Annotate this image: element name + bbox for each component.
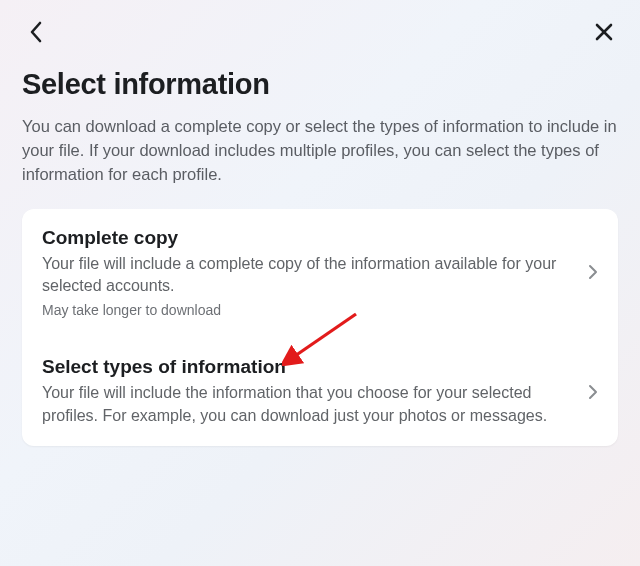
topbar: [0, 0, 640, 46]
chevron-right-icon: [588, 384, 598, 400]
option-title: Select types of information: [42, 356, 576, 378]
option-note: May take longer to download: [42, 302, 576, 318]
back-button[interactable]: [22, 18, 50, 46]
chevron-left-icon: [29, 21, 43, 43]
close-icon: [594, 22, 614, 42]
option-title: Complete copy: [42, 227, 576, 249]
options-card: Complete copy Your file will include a c…: [22, 209, 618, 446]
option-desc: Your file will include a complete copy o…: [42, 253, 576, 298]
close-button[interactable]: [590, 18, 618, 46]
option-desc: Your file will include the information t…: [42, 382, 576, 427]
option-body: Complete copy Your file will include a c…: [42, 227, 588, 318]
page-lead: You can download a complete copy or sele…: [22, 115, 618, 187]
chevron-right-icon: [588, 264, 598, 280]
content: Select information You can download a co…: [0, 46, 640, 446]
option-select-types[interactable]: Select types of information Your file wi…: [22, 336, 618, 445]
option-body: Select types of information Your file wi…: [42, 356, 588, 427]
page-title: Select information: [22, 68, 618, 101]
option-complete-copy[interactable]: Complete copy Your file will include a c…: [22, 209, 618, 336]
